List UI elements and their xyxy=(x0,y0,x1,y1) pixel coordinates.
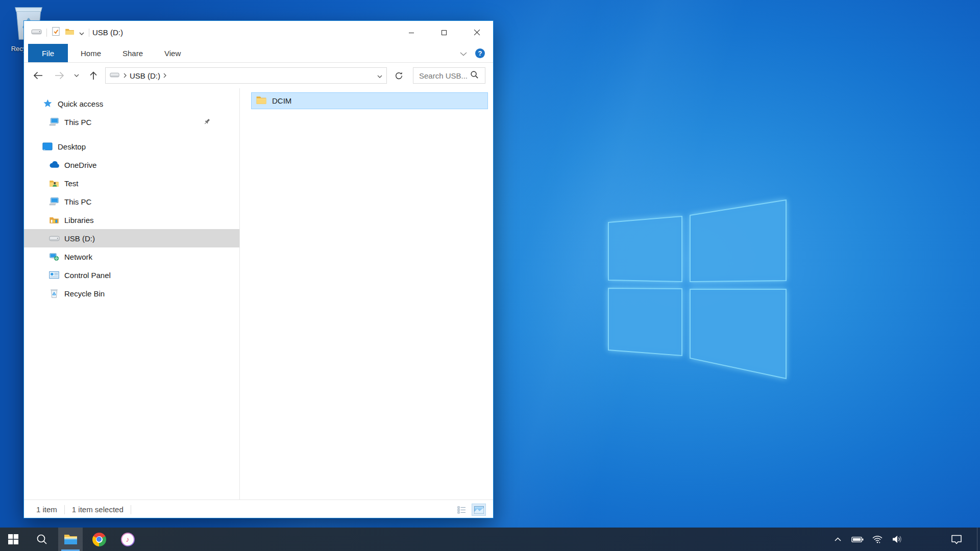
hidden-icons-chevron[interactable] xyxy=(831,528,844,551)
taskbar-search-button[interactable] xyxy=(30,528,54,551)
navigation-bar: USB (D:) xyxy=(24,63,493,88)
tab-home[interactable]: Home xyxy=(72,44,110,62)
tab-share[interactable]: Share xyxy=(114,44,152,62)
status-divider xyxy=(131,505,131,514)
selection-count: 1 item selected xyxy=(72,505,124,514)
usb-drive-icon xyxy=(48,235,60,242)
help-button[interactable]: ? xyxy=(475,48,485,58)
windows-start-icon xyxy=(8,534,18,544)
sidebar-item-this-pc[interactable]: This PC xyxy=(24,192,239,211)
sidebar-item-this-pc-pinned[interactable]: This PC xyxy=(24,113,239,131)
breadcrumb-chevron-icon[interactable] xyxy=(163,71,166,80)
onedrive-cloud-icon xyxy=(48,161,60,168)
control-panel-icon xyxy=(48,271,60,279)
battery-icon[interactable] xyxy=(851,528,864,551)
this-pc-icon xyxy=(48,117,60,127)
sidebar-item-network[interactable]: Network xyxy=(24,247,239,266)
title-bar[interactable]: USB (D:) xyxy=(24,21,493,44)
customize-toolbar-dropdown[interactable] xyxy=(79,28,84,37)
sidebar-item-onedrive[interactable]: OneDrive xyxy=(24,156,239,174)
item-count: 1 item xyxy=(36,505,57,514)
user-folder-icon xyxy=(48,179,60,188)
show-desktop-button[interactable] xyxy=(977,528,980,551)
maximize-button[interactable] xyxy=(428,21,460,44)
network-icon xyxy=(48,253,60,261)
file-item-dcim[interactable]: DCIM xyxy=(251,92,488,109)
details-view-button[interactable] xyxy=(454,504,469,516)
chrome-icon xyxy=(92,533,106,546)
search-box[interactable] xyxy=(413,67,485,84)
sidebar-item-label: USB (D:) xyxy=(64,234,95,243)
taskbar-file-explorer-button[interactable] xyxy=(58,528,83,551)
folder-icon xyxy=(256,95,267,107)
sidebar-item-label: Quick access xyxy=(58,99,103,108)
usb-drive-icon xyxy=(110,71,119,80)
system-tray xyxy=(831,528,903,551)
action-center-button[interactable] xyxy=(945,528,968,551)
sidebar-item-test-user-folder[interactable]: Test xyxy=(24,174,239,192)
sidebar-item-label: This PC xyxy=(64,118,91,127)
refresh-button[interactable] xyxy=(390,67,407,84)
file-explorer-icon xyxy=(64,534,78,545)
expand-ribbon-chevron-icon[interactable] xyxy=(460,49,467,58)
new-folder-button[interactable] xyxy=(65,28,75,38)
sidebar-item-quick-access[interactable]: Quick access xyxy=(24,94,239,113)
taskbar-itunes-button[interactable]: ♪ xyxy=(115,528,140,551)
navigation-pane: Quick access This PC Desktop xyxy=(24,88,240,499)
sidebar-item-label: Network xyxy=(64,253,92,261)
file-explorer-window: USB (D:) File Home Share View ? xyxy=(23,20,494,518)
large-icons-view-button[interactable] xyxy=(472,504,486,516)
this-pc-icon xyxy=(48,197,60,206)
sidebar-item-usb-drive[interactable]: USB (D:) xyxy=(24,229,239,247)
sidebar-item-label: Control Panel xyxy=(64,271,111,280)
back-button[interactable] xyxy=(31,71,44,80)
sidebar-item-label: Libraries xyxy=(64,216,94,224)
tab-view[interactable]: View xyxy=(156,44,189,62)
up-button[interactable] xyxy=(87,71,100,81)
start-button[interactable] xyxy=(1,528,26,551)
search-input[interactable] xyxy=(418,71,469,81)
properties-button[interactable] xyxy=(52,27,60,38)
quick-access-toolbar xyxy=(31,27,89,38)
desktop-icon xyxy=(41,142,54,151)
file-list-pane[interactable]: DCIM xyxy=(240,88,493,499)
taskbar: ♪ xyxy=(0,528,980,551)
action-center-icon xyxy=(951,535,962,544)
sidebar-group-spacer xyxy=(24,131,239,137)
libraries-icon xyxy=(48,216,60,224)
pin-icon xyxy=(203,118,211,128)
sidebar-item-label: OneDrive xyxy=(64,161,96,169)
volume-icon[interactable] xyxy=(891,528,903,551)
sidebar-item-recycle-bin[interactable]: Recycle Bin xyxy=(24,284,239,303)
sidebar-item-desktop[interactable]: Desktop xyxy=(24,137,239,156)
breadcrumb-segment-usb[interactable]: USB (D:) xyxy=(130,71,160,80)
recycle-bin-icon xyxy=(48,289,60,298)
search-icon[interactable] xyxy=(470,70,479,81)
sidebar-item-label: Desktop xyxy=(58,142,86,151)
address-bar[interactable]: USB (D:) xyxy=(105,67,387,84)
quick-access-star-icon xyxy=(41,98,54,109)
toolbar-separator xyxy=(89,29,89,37)
forward-button[interactable] xyxy=(53,71,66,80)
sidebar-item-label: Test xyxy=(64,179,79,188)
tab-file[interactable]: File xyxy=(28,44,68,62)
close-button[interactable] xyxy=(460,21,493,44)
window-title: USB (D:) xyxy=(92,28,123,37)
sidebar-item-label: Recycle Bin xyxy=(64,289,105,298)
ribbon-tab-bar: File Home Share View ? xyxy=(24,44,493,63)
usb-drive-icon xyxy=(31,28,42,37)
status-bar: 1 item 1 item selected xyxy=(24,499,493,519)
recent-locations-dropdown[interactable] xyxy=(72,74,81,77)
wifi-icon[interactable] xyxy=(871,528,884,551)
sidebar-item-control-panel[interactable]: Control Panel xyxy=(24,266,239,284)
status-divider xyxy=(64,505,65,514)
minimize-button[interactable] xyxy=(395,21,428,44)
sidebar-item-libraries[interactable]: Libraries xyxy=(24,211,239,229)
address-history-dropdown[interactable] xyxy=(377,71,382,80)
search-icon xyxy=(36,534,47,545)
sidebar-item-label: This PC xyxy=(64,197,91,206)
file-item-label: DCIM xyxy=(272,96,291,105)
itunes-icon: ♪ xyxy=(121,533,135,546)
breadcrumb-chevron-icon[interactable] xyxy=(124,71,127,80)
taskbar-chrome-button[interactable] xyxy=(87,528,111,551)
